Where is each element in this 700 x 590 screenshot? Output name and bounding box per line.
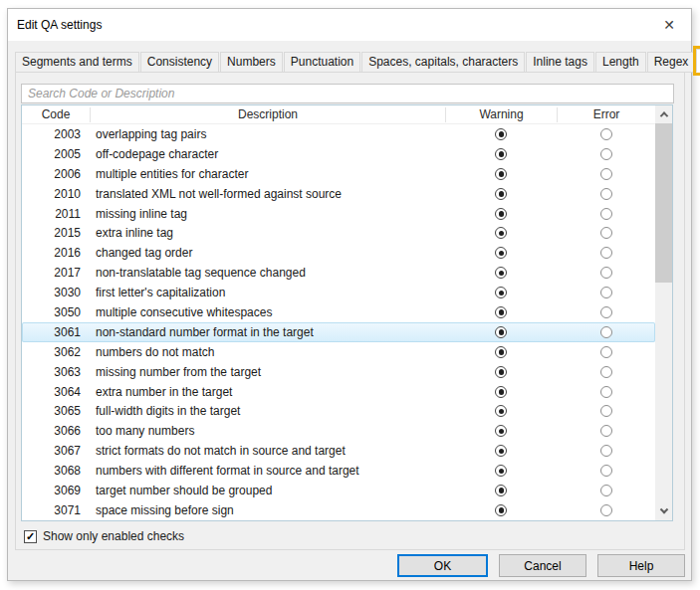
tab-spaces-capitals-characters[interactable]: Spaces, capitals, characters bbox=[361, 52, 525, 73]
row-description: changed tag order bbox=[90, 246, 445, 260]
column-header-error[interactable]: Error bbox=[557, 107, 655, 122]
error-radio[interactable] bbox=[600, 346, 612, 358]
warning-radio[interactable] bbox=[495, 386, 507, 398]
checkbox-label: Show only enabled checks bbox=[43, 529, 184, 543]
warning-radio[interactable] bbox=[495, 346, 507, 358]
warning-radio[interactable] bbox=[495, 208, 507, 220]
tab-segments-and-terms[interactable]: Segments and terms bbox=[15, 52, 139, 73]
severity-tab-page: Code Description Warning Error 2003 over… bbox=[15, 72, 685, 550]
table-row[interactable]: 2011 missing inline tag bbox=[22, 204, 655, 224]
warning-radio[interactable] bbox=[495, 267, 507, 279]
error-radio[interactable] bbox=[600, 445, 612, 457]
table-row[interactable]: 3063 missing number from the target bbox=[22, 362, 655, 382]
error-radio[interactable] bbox=[600, 386, 612, 398]
error-radio[interactable] bbox=[600, 128, 612, 140]
error-radio[interactable] bbox=[600, 425, 612, 437]
error-radio[interactable] bbox=[600, 208, 612, 220]
error-radio[interactable] bbox=[600, 504, 612, 516]
row-description: full-width digits in the target bbox=[90, 404, 445, 418]
scroll-up-button[interactable] bbox=[655, 105, 672, 122]
tab-regex[interactable]: Regex bbox=[647, 52, 696, 73]
table-row[interactable]: 3065 full-width digits in the target bbox=[22, 401, 655, 421]
error-radio[interactable] bbox=[600, 465, 612, 477]
table-row[interactable]: 2015 extra inline tag bbox=[22, 223, 655, 243]
row-code: 2006 bbox=[22, 167, 90, 181]
table-row[interactable]: 3069 target number should be grouped bbox=[22, 481, 655, 500]
row-description: extra inline tag bbox=[90, 226, 445, 240]
checkbox-box[interactable]: ✓ bbox=[24, 530, 37, 543]
table-row[interactable]: 3030 first letter's capitalization bbox=[22, 283, 655, 302]
row-code: 3030 bbox=[22, 286, 90, 299]
table-body: 2003 overlapping tag pairs 2005 off-code… bbox=[22, 124, 655, 520]
table-row[interactable]: 2016 changed tag order bbox=[22, 243, 655, 263]
tab-length[interactable]: Length bbox=[595, 52, 646, 73]
warning-radio[interactable] bbox=[495, 148, 507, 160]
scroll-down-button[interactable] bbox=[655, 503, 672, 520]
error-radio[interactable] bbox=[600, 247, 612, 259]
error-radio[interactable] bbox=[600, 148, 612, 160]
vertical-scrollbar[interactable] bbox=[655, 105, 672, 520]
row-description: missing inline tag bbox=[90, 207, 445, 221]
error-radio[interactable] bbox=[600, 405, 612, 417]
table-row[interactable]: 2010 translated XML not well-formed agai… bbox=[22, 184, 655, 204]
table-row[interactable]: 3067 strict formats do not match in sour… bbox=[22, 441, 655, 461]
warning-radio[interactable] bbox=[495, 366, 507, 378]
table-row[interactable]: 2006 multiple entities for character bbox=[22, 164, 655, 184]
help-button[interactable]: Help bbox=[597, 554, 685, 577]
warning-radio[interactable] bbox=[495, 188, 507, 200]
tab-severity[interactable]: Severity bbox=[696, 49, 700, 73]
row-code: 3063 bbox=[22, 365, 90, 379]
table-row[interactable]: 2017 non-translatable tag sequence chang… bbox=[22, 263, 655, 283]
warning-radio[interactable] bbox=[495, 445, 507, 457]
error-radio[interactable] bbox=[600, 227, 612, 239]
table-row[interactable]: 3061 non-standard number format in the t… bbox=[22, 322, 655, 342]
warning-radio[interactable] bbox=[495, 326, 507, 338]
tab-punctuation[interactable]: Punctuation bbox=[284, 52, 360, 73]
search-input[interactable] bbox=[21, 84, 674, 103]
error-radio[interactable] bbox=[600, 188, 612, 200]
row-code: 3071 bbox=[22, 503, 90, 517]
ok-button[interactable]: OK bbox=[397, 554, 488, 577]
table-row[interactable]: 3064 extra number in the target bbox=[22, 382, 655, 402]
row-description: numbers do not match bbox=[90, 345, 445, 359]
scrollbar-thumb[interactable] bbox=[655, 123, 672, 283]
table-row[interactable]: 3050 multiple consecutive whitespaces bbox=[22, 302, 655, 322]
error-radio[interactable] bbox=[600, 326, 612, 338]
warning-radio[interactable] bbox=[495, 504, 507, 516]
table-row[interactable]: 3062 numbers do not match bbox=[22, 342, 655, 362]
error-radio[interactable] bbox=[600, 485, 612, 496]
table-row[interactable]: 2005 off-codepage character bbox=[22, 144, 655, 164]
column-header-description[interactable]: Description bbox=[90, 107, 445, 122]
close-button[interactable]: ✕ bbox=[655, 12, 683, 38]
table-row[interactable]: 3071 space missing before sign bbox=[22, 500, 655, 520]
warning-radio[interactable] bbox=[495, 168, 507, 180]
warning-radio[interactable] bbox=[495, 128, 507, 140]
dialog-title: Edit QA settings bbox=[17, 18, 102, 32]
row-code: 2016 bbox=[22, 246, 90, 260]
warning-radio[interactable] bbox=[495, 465, 507, 477]
error-radio[interactable] bbox=[600, 168, 612, 180]
tab-inline-tags[interactable]: Inline tags bbox=[526, 52, 594, 73]
warning-radio[interactable] bbox=[495, 306, 507, 318]
warning-radio[interactable] bbox=[495, 405, 507, 417]
title-bar: Edit QA settings ✕ bbox=[8, 9, 691, 41]
warning-radio[interactable] bbox=[495, 485, 507, 496]
table-row[interactable]: 2003 overlapping tag pairs bbox=[22, 124, 655, 144]
column-header-code[interactable]: Code bbox=[22, 107, 90, 122]
table-row[interactable]: 3066 too many numbers bbox=[22, 421, 655, 441]
error-radio[interactable] bbox=[600, 366, 612, 378]
warning-radio[interactable] bbox=[495, 425, 507, 437]
tab-consistency[interactable]: Consistency bbox=[140, 52, 219, 73]
row-description: strict formats do not match in source an… bbox=[90, 444, 445, 458]
show-only-enabled-checkbox[interactable]: ✓ Show only enabled checks bbox=[24, 529, 184, 543]
tab-numbers[interactable]: Numbers bbox=[220, 52, 283, 73]
error-radio[interactable] bbox=[600, 267, 612, 279]
warning-radio[interactable] bbox=[495, 247, 507, 259]
error-radio[interactable] bbox=[600, 287, 612, 298]
error-radio[interactable] bbox=[600, 306, 612, 318]
table-row[interactable]: 3068 numbers with different format in so… bbox=[22, 461, 655, 481]
warning-radio[interactable] bbox=[495, 287, 507, 298]
cancel-button[interactable]: Cancel bbox=[499, 554, 586, 577]
warning-radio[interactable] bbox=[495, 227, 507, 239]
column-header-warning[interactable]: Warning bbox=[445, 107, 557, 122]
